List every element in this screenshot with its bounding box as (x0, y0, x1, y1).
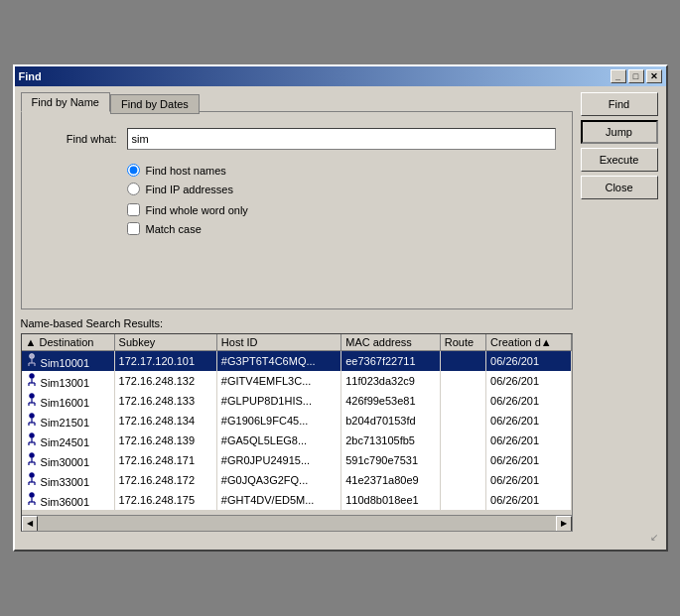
table-cell (440, 431, 485, 450)
table-header-row: ▲ Destination Subkey Host ID MAC address… (22, 334, 572, 351)
resize-grip[interactable]: ↙ (21, 532, 660, 544)
main-layout: Find by Name Find by Dates Find what: (21, 92, 660, 532)
maximize-button[interactable]: □ (628, 69, 644, 83)
table-cell: Sim33001 (22, 470, 115, 490)
svg-point-30 (29, 473, 34, 478)
checkbox-match-case: Match case (127, 222, 556, 235)
radio-host-names: Find host names (127, 164, 556, 177)
radio-ip-addresses-input[interactable] (127, 183, 140, 195)
scroll-track[interactable] (38, 516, 556, 532)
svg-point-0 (29, 354, 34, 359)
table-cell (440, 411, 485, 431)
table-cell: 591c790e7531 (341, 450, 441, 470)
table-cell: #G0JQA3G2FQ... (216, 470, 340, 490)
radio-host-names-input[interactable] (127, 164, 140, 177)
tab-find-by-dates[interactable]: Find by Dates (110, 94, 200, 114)
table-cell: 06/26/201 (486, 490, 571, 510)
table-cell: #G1906L9FC45... (216, 411, 340, 431)
checkbox-match-case-label[interactable]: Match case (146, 223, 202, 235)
window-body: Find by Name Find by Dates Find what: (15, 86, 666, 550)
checkbox-group: Find whole word only Match case (127, 203, 556, 235)
table-cell (440, 450, 485, 470)
radio-group: Find host names Find IP addresses (127, 164, 556, 195)
table-cell: Sim24501 (22, 431, 115, 450)
col-mac[interactable]: MAC address (341, 334, 441, 351)
table-cell: 172.16.248.134 (114, 411, 216, 431)
minimize-button[interactable]: _ (611, 69, 626, 83)
find-button[interactable]: Find (581, 92, 658, 116)
table-row[interactable]: Sim30001172.16.248.171#GR0JPU24915...591… (22, 450, 572, 470)
close-button[interactable]: ✕ (646, 69, 662, 83)
table-cell: 426f99e53e81 (341, 391, 441, 411)
table-cell: Sim10001 (22, 351, 115, 372)
table-row[interactable]: Sim10001172.17.120.101#G3PT6T4C6MQ...ee7… (22, 351, 572, 372)
tab-strip: Find by Name Find by Dates (21, 92, 573, 112)
node-icon (26, 492, 38, 506)
col-creation[interactable]: Creation d▲ (486, 334, 571, 351)
table-cell: 172.16.248.175 (114, 490, 216, 510)
find-dialog: Find _ □ ✕ Find by Name Find by Dates (13, 64, 668, 552)
col-destination[interactable]: ▲ Destination (22, 334, 115, 351)
scroll-right-button[interactable]: ▶ (556, 516, 572, 532)
window-title: Find (19, 70, 42, 82)
scroll-left-button[interactable]: ◀ (22, 516, 38, 532)
checkbox-match-case-input[interactable] (127, 222, 140, 235)
table-cell: 172.16.248.171 (114, 450, 216, 470)
table-cell (440, 391, 485, 411)
col-subkey[interactable]: Subkey (114, 334, 216, 351)
svg-point-15 (29, 414, 34, 419)
jump-button[interactable]: Jump (581, 120, 658, 144)
node-icon (26, 472, 38, 486)
svg-point-5 (29, 374, 34, 379)
col-host-id[interactable]: Host ID (216, 334, 340, 351)
table-cell: 06/26/201 (486, 450, 571, 470)
table-cell: 172.16.248.132 (114, 371, 216, 391)
table-cell: 41e2371a80e9 (341, 470, 441, 490)
table-cell: 06/26/201 (486, 431, 571, 450)
checkbox-whole-word-label[interactable]: Find whole word only (146, 204, 248, 216)
table-cell (440, 490, 485, 510)
table-row[interactable]: Sim13001172.16.248.132#GITV4EMFL3C...11f… (22, 371, 572, 391)
table-row[interactable]: Sim16001172.16.248.133#GLPUP8D1HIS...426… (22, 391, 572, 411)
table-cell: 110d8b018ee1 (341, 490, 441, 510)
right-panel: Find Jump Execute Close (581, 92, 660, 532)
radio-ip-addresses-label[interactable]: Find IP addresses (146, 184, 233, 195)
checkbox-whole-word-input[interactable] (127, 203, 140, 216)
table-cell: 172.16.248.133 (114, 391, 216, 411)
node-icon (26, 413, 38, 427)
table-cell: Sim36001 (22, 490, 115, 510)
close-button-action[interactable]: Close (581, 176, 658, 199)
title-bar: Find _ □ ✕ (15, 66, 666, 86)
node-icon (26, 353, 38, 367)
table-cell: 172.16.248.172 (114, 470, 216, 490)
find-what-input[interactable] (127, 128, 556, 150)
col-route[interactable]: Route (440, 334, 485, 351)
table-cell: b204d70153fd (341, 411, 441, 431)
table-cell (440, 371, 485, 391)
table-scroll-area[interactable]: ▲ Destination Subkey Host ID MAC address… (22, 334, 572, 515)
results-table-container: ▲ Destination Subkey Host ID MAC address… (21, 333, 573, 532)
table-cell: #GR0JPU24915... (216, 450, 340, 470)
table-cell: 06/26/201 (486, 470, 571, 490)
table-cell: Sim30001 (22, 450, 115, 470)
table-row[interactable]: Sim21501172.16.248.134#G1906L9FC45...b20… (22, 411, 572, 431)
table-row[interactable]: Sim24501172.16.248.139#GA5QL5LEG8...2bc7… (22, 431, 572, 450)
tab-find-by-name[interactable]: Find by Name (21, 92, 110, 112)
table-cell: #GHT4DV/ED5M... (216, 490, 340, 510)
node-icon (26, 452, 38, 466)
table-cell: 2bc713105fb5 (341, 431, 441, 450)
table-row[interactable]: Sim36001172.16.248.175#GHT4DV/ED5M...110… (22, 490, 572, 510)
table-row[interactable]: Sim33001172.16.248.172#G0JQA3G2FQ...41e2… (22, 470, 572, 490)
checkbox-whole-word: Find whole word only (127, 203, 556, 216)
execute-button[interactable]: Execute (581, 148, 658, 172)
table-cell: Sim16001 (22, 391, 115, 411)
table-cell: 06/26/201 (486, 411, 571, 431)
node-icon (26, 393, 38, 407)
table-cell: #G3PT6T4C6MQ... (216, 351, 340, 372)
svg-point-10 (29, 394, 34, 399)
table-cell: 172.16.248.139 (114, 431, 216, 450)
title-bar-buttons: _ □ ✕ (611, 69, 662, 83)
horizontal-scrollbar[interactable]: ◀ ▶ (22, 515, 572, 531)
radio-host-names-label[interactable]: Find host names (146, 165, 226, 177)
tab-content: Find what: Find host names Find IP addre… (21, 111, 573, 309)
